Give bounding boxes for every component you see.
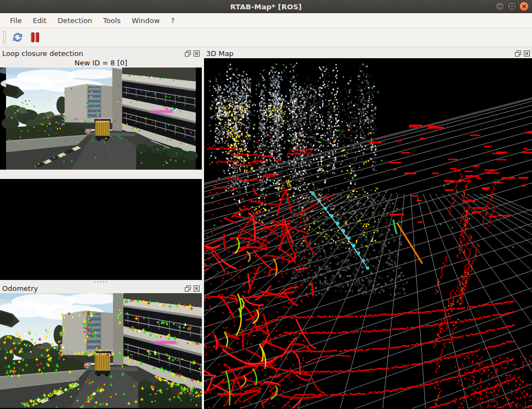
maximize-button[interactable] [507,2,517,11]
map3d-float-button[interactable] [514,50,522,57]
menu-tools[interactable]: Tools [98,14,126,27]
titlebar: RTAB-Map* [ROS] [0,0,532,13]
menubar: File Edit Detection Tools Window ? [0,13,532,28]
point-cloud-canvas [204,58,532,408]
map3d-dock-title: 3D Map [204,49,514,58]
close-box-icon [193,285,200,292]
maximize-icon [509,3,515,9]
new-id-label: New ID = 8 [0] [75,59,127,67]
map3d-dock: 3D Map [204,48,532,409]
refresh-button[interactable] [10,30,25,45]
odometry-image-view [0,293,202,409]
odometry-dock-header: Odometry [0,283,202,293]
loop-closure-match-view [0,179,202,280]
pause-icon [29,31,41,43]
float-icon [514,50,522,57]
minimize-icon [497,3,503,9]
map3d-viewport[interactable] [204,58,532,409]
window-title: RTAB-Map* [ROS] [230,3,302,11]
loop-closure-float-button[interactable] [184,50,191,57]
menu-detection[interactable]: Detection [52,14,98,27]
loop-closure-close-button[interactable] [193,50,200,57]
toolbar-drag-handle[interactable] [2,30,7,44]
odometry-camera-image [0,293,202,408]
loop-closure-dock-title: Loop closure detection [0,49,184,58]
map3d-close-button[interactable] [523,50,530,57]
left-dock-column: Loop closure detection New ID = 8 [0] [0,48,202,409]
toolbar [0,28,532,47]
map3d-dock-header: 3D Map [204,48,532,58]
close-icon [521,3,527,9]
loop-closure-camera-image [0,68,202,170]
menu-window[interactable]: Window [126,14,165,27]
pause-button[interactable] [27,30,43,45]
menu-edit[interactable]: Edit [27,14,52,27]
menu-help[interactable]: ? [165,14,180,27]
minimize-button[interactable] [495,2,505,11]
loop-closure-dock-header: Loop closure detection [0,48,202,58]
close-box-icon [523,50,530,57]
refresh-icon [12,31,24,43]
float-icon [184,285,191,292]
loop-closure-image-view [0,68,202,170]
menu-file[interactable]: File [4,14,27,27]
odometry-close-button[interactable] [193,285,200,292]
dock-area: Loop closure detection New ID = 8 [0] [0,47,532,409]
app-window: RTAB-Map* [ROS] File Edit Detection Tool… [0,0,532,409]
odometry-float-button[interactable] [184,285,191,292]
odometry-dock-title: Odometry [0,284,184,293]
splitter-handle-icon [94,281,108,283]
float-icon [184,50,191,57]
close-box-icon [193,50,200,57]
close-button[interactable] [519,2,529,11]
window-controls [495,2,529,11]
new-id-status-row: New ID = 8 [0] [0,58,202,68]
